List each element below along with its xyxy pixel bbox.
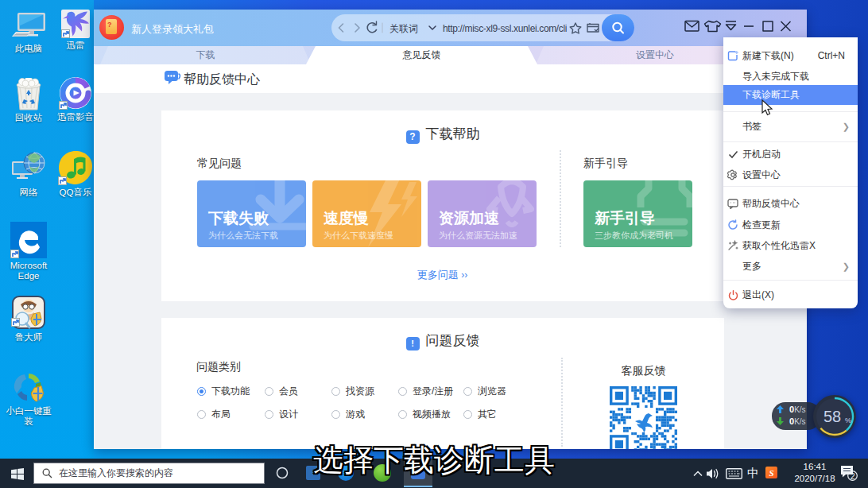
- svg-text:关联词: 关联词: [389, 23, 418, 34]
- svg-text:58: 58: [823, 408, 841, 425]
- svg-text:%: %: [845, 416, 851, 424]
- svg-text:http://misc-xl9-ssl.xunlei.com: http://misc-xl9-ssl.xunlei.com/cli: [443, 23, 567, 34]
